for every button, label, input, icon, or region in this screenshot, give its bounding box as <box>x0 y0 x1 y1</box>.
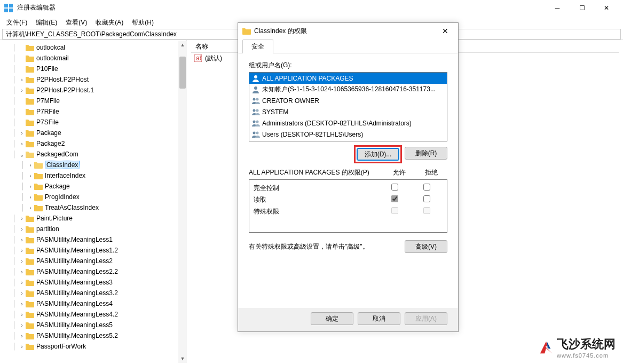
tree-item[interactable]: │ › TreatAsClassIndex <box>0 202 186 213</box>
tree-item[interactable]: │ › Package <box>0 128 186 138</box>
permission-name: 读取 <box>254 195 378 204</box>
tree-item[interactable]: │ › InterfaceIndex <box>0 170 186 181</box>
user-list-item[interactable]: ALL APPLICATION PACKAGES <box>249 73 447 84</box>
values-col-name[interactable]: 名称 <box>191 42 212 51</box>
tree-item-label: Paint.Picture <box>36 215 73 222</box>
svg-point-14 <box>253 131 256 134</box>
user-list-item[interactable]: SYSTEM <box>249 106 447 117</box>
tree-item[interactable]: │ › P2PHost.P2PHost <box>0 74 186 85</box>
expand-icon[interactable]: ⌄ <box>18 152 26 157</box>
tree-item[interactable]: │ › Package2 <box>0 138 186 149</box>
tree-item[interactable]: │ P7SFile <box>0 117 186 128</box>
apply-button[interactable]: 应用(A) <box>405 312 447 325</box>
tree-item[interactable]: │ › PASMUtility.MeaningLess1.2 <box>0 245 186 256</box>
expand-icon[interactable]: › <box>27 194 34 200</box>
expand-icon[interactable]: › <box>18 141 26 147</box>
expand-icon[interactable]: › <box>18 333 26 339</box>
permission-name: 完全控制 <box>254 184 378 193</box>
svg-point-13 <box>256 120 259 123</box>
allow-checkbox[interactable] <box>391 195 398 202</box>
svg-point-6 <box>254 75 257 78</box>
tree-item[interactable]: │ › PASMUtility.MeaningLess5 <box>0 320 186 330</box>
tree-item[interactable]: │ › PASMUtility.MeaningLess3 <box>0 277 186 288</box>
expand-icon[interactable]: › <box>18 312 26 318</box>
tree-item[interactable]: │ › Paint.Picture <box>0 213 186 224</box>
dialog-close-button[interactable]: ✕ <box>437 23 454 38</box>
deny-col-header: 拒绝 <box>415 168 447 177</box>
tab-security[interactable]: 安全 <box>242 39 273 53</box>
scrollbar-thumb[interactable] <box>179 57 186 89</box>
tree-item[interactable]: │ › PASMUtility.MeaningLess4.2 <box>0 309 186 320</box>
titlebar: 注册表编辑器 ─ ☐ ✕ <box>0 0 623 16</box>
expand-icon[interactable]: › <box>18 258 26 264</box>
tree-item[interactable]: │ › ProgIdIndex <box>0 192 186 202</box>
tree-item-label: PASMUtility.MeaningLess3.2 <box>36 289 118 297</box>
expand-icon[interactable]: › <box>18 88 26 93</box>
registry-tree[interactable]: │ outlookcal │ outlookmail │ P10File │ ›… <box>0 40 187 363</box>
close-button[interactable]: ✕ <box>594 0 619 16</box>
expand-icon[interactable]: › <box>27 162 34 168</box>
add-button[interactable]: 添加(D)... <box>357 148 399 161</box>
expand-icon[interactable]: › <box>18 322 26 328</box>
expand-icon[interactable]: › <box>18 216 26 221</box>
user-list-item[interactable]: Administrators (DESKTOP-82TLHLS\Administ… <box>249 117 447 129</box>
tree-item[interactable]: │ › PASMUtility.MeaningLess2.2 <box>0 266 186 277</box>
tree-item-label: PackagedCom <box>36 151 78 158</box>
deny-checkbox[interactable] <box>423 195 430 202</box>
menu-fav[interactable]: 收藏夹(A) <box>91 17 128 28</box>
maximize-button[interactable]: ☐ <box>570 0 594 16</box>
users-listbox[interactable]: ALL APPLICATION PACKAGES 未知帐户(S-1-15-3-1… <box>249 72 447 141</box>
cancel-button[interactable]: 取消 <box>358 312 400 325</box>
expand-icon[interactable]: › <box>18 226 26 232</box>
permissions-dialog: ClassIndex 的权限 ✕ 安全 组或用户名(G): ALL APPLIC… <box>238 22 459 332</box>
deny-checkbox[interactable] <box>423 184 430 191</box>
menu-view[interactable]: 查看(V) <box>61 17 91 28</box>
tree-item[interactable]: │ outlookmail <box>0 53 186 64</box>
menu-edit[interactable]: 编辑(E) <box>31 17 61 28</box>
tree-item[interactable]: │ › PASMUtility.MeaningLess5.2 <box>0 330 186 341</box>
tree-item[interactable]: │ ⌄ PackagedCom <box>0 149 186 160</box>
user-list-item[interactable]: CREATOR OWNER <box>249 95 447 106</box>
expand-icon[interactable]: › <box>18 269 26 275</box>
minimize-button[interactable]: ─ <box>545 0 570 16</box>
tree-item[interactable]: │ › P2PHost.P2PHost.1 <box>0 85 186 96</box>
tree-item[interactable]: │ P7MFile <box>0 96 186 106</box>
menu-help[interactable]: 帮助(H) <box>128 17 158 28</box>
default-value-name: (默认) <box>205 54 222 63</box>
allow-checkbox[interactable] <box>391 184 398 191</box>
scroll-up-icon[interactable]: ▲ <box>178 41 187 49</box>
tree-item[interactable]: │ outlookcal <box>0 42 186 53</box>
dialog-titlebar[interactable]: ClassIndex 的权限 ✕ <box>238 23 458 39</box>
remove-button[interactable]: 删除(R) <box>405 147 447 160</box>
expand-icon[interactable]: › <box>18 301 26 307</box>
menu-file[interactable]: 文件(F) <box>2 17 31 28</box>
user-list-item[interactable]: Users (DESKTOP-82TLHLS\Users) <box>249 129 447 140</box>
scroll-down-icon[interactable]: ▼ <box>178 354 187 363</box>
tree-item[interactable]: │ › PASMUtility.MeaningLess2 <box>0 256 186 266</box>
tree-item-label: P10File <box>36 65 58 73</box>
ok-button[interactable]: 确定 <box>311 312 353 325</box>
tree-item[interactable]: │ › PASMUtility.MeaningLess4 <box>0 298 186 309</box>
tree-item[interactable]: │ › partition <box>0 224 186 234</box>
expand-icon[interactable]: › <box>18 280 26 286</box>
tree-item[interactable]: │ P7RFile <box>0 106 186 117</box>
expand-icon[interactable]: › <box>18 290 26 296</box>
expand-icon[interactable]: › <box>18 344 26 350</box>
tree-item[interactable]: │ › PASMUtility.MeaningLess3.2 <box>0 288 186 298</box>
expand-icon[interactable]: › <box>18 130 26 136</box>
user-list-item[interactable]: 未知帐户(S-1-15-3-1024-1065365936-1281604716… <box>249 84 447 95</box>
tree-item[interactable]: │ › ClassIndex <box>0 160 186 170</box>
expand-icon[interactable]: › <box>27 173 34 179</box>
advanced-button[interactable]: 高级(V) <box>405 240 447 253</box>
user-item-label: CREATOR OWNER <box>262 97 319 105</box>
expand-icon[interactable]: › <box>27 184 34 189</box>
tree-item[interactable]: │ › PASMUtility.MeaningLess1 <box>0 234 186 245</box>
expand-icon[interactable]: › <box>18 237 26 243</box>
tree-item[interactable]: │ P10File <box>0 64 186 74</box>
tree-item[interactable]: │ › PassportForWork <box>0 341 186 352</box>
expand-icon[interactable]: › <box>18 77 26 83</box>
expand-icon[interactable]: › <box>27 205 34 211</box>
tree-item[interactable]: │ › Package <box>0 181 186 192</box>
expand-icon[interactable]: › <box>18 248 26 254</box>
window-title: 注册表编辑器 <box>17 3 545 12</box>
